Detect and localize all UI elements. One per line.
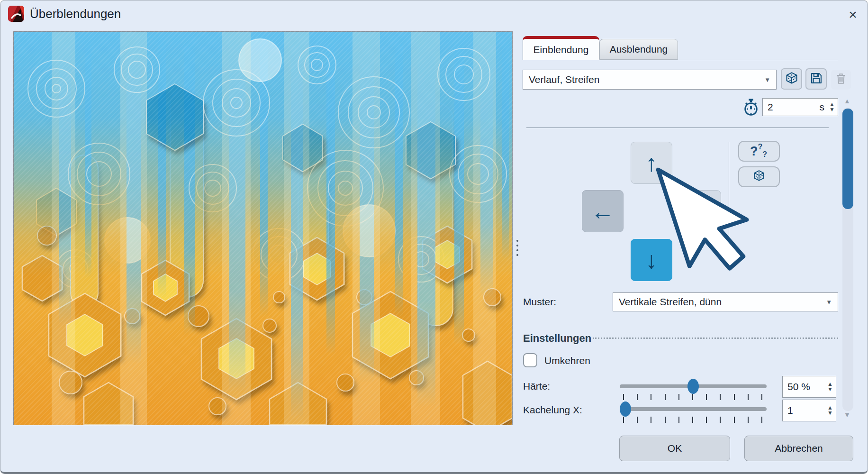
preview-hatch-overlay (13, 31, 513, 425)
chevron-down-icon: ▼ (764, 76, 770, 83)
hardness-value: 50 % (787, 381, 810, 392)
hardness-slider-thumb[interactable] (687, 379, 699, 394)
tab-fade-out-label: Ausblendung (610, 44, 668, 55)
splitter-handle[interactable] (515, 240, 520, 262)
spin-down-icon[interactable]: ▼ (827, 387, 833, 392)
stopwatch-icon (742, 99, 760, 117)
tab-fade-in-label: Einblendung (533, 44, 589, 55)
arrow-down-icon: ↓ (646, 246, 658, 274)
trash-icon (835, 73, 847, 87)
cancel-button[interactable]: Abbrechen (744, 436, 853, 461)
random-direction-button[interactable]: ??? (738, 141, 780, 162)
preset-value: Verlauf, Streifen (529, 74, 599, 85)
random-pattern-button[interactable] (738, 166, 780, 187)
scrollbar-thumb[interactable] (842, 109, 853, 209)
duration-input[interactable]: 2 s ▲ ▼ (762, 98, 838, 116)
arrow-left-icon: ← (591, 198, 615, 225)
chevron-down-icon: ▼ (826, 299, 832, 306)
preset-dropdown[interactable]: Verlauf, Streifen ▼ (523, 70, 777, 90)
save-preset-button[interactable] (805, 68, 827, 90)
scrollbar-up-icon[interactable]: ▲ (844, 97, 850, 105)
tiling-x-input[interactable]: 1 ▲ ▼ (782, 400, 836, 421)
random-preset-button[interactable] (781, 68, 802, 90)
spin-down-icon[interactable]: ▼ (827, 410, 833, 416)
invert-checkbox-label: Umkehren (544, 355, 590, 366)
question-icon: ? (758, 143, 762, 151)
delete-preset-button (831, 70, 851, 90)
invert-checkbox[interactable] (523, 353, 537, 367)
duration-value: 2 (768, 101, 773, 113)
dice-icon (785, 72, 798, 87)
direction-up-button[interactable]: ↑ (631, 142, 672, 184)
question-icon: ? (762, 150, 767, 159)
hardness-input[interactable]: 50 % ▲ ▼ (782, 376, 836, 398)
close-button[interactable]: × (843, 5, 863, 24)
tiling-x-slider-thumb[interactable] (620, 401, 631, 417)
window-title: Überblendungen (30, 7, 121, 21)
separator-line (526, 128, 829, 128)
ok-button-label: OK (668, 443, 682, 454)
app-icon (8, 6, 24, 22)
direction-down-button-selected[interactable]: ↓ (631, 239, 672, 281)
cancel-button-label: Abbrechen (775, 443, 823, 454)
hardness-label: Härte: (523, 381, 550, 392)
scrollbar-down-icon[interactable]: ▼ (844, 411, 850, 419)
direction-right-button[interactable]: → (679, 190, 721, 232)
save-icon (810, 72, 823, 87)
pattern-value: Vertikale Streifen, dünn (619, 296, 722, 308)
hardness-slider-ticks (623, 394, 762, 400)
pattern-label: Muster: (523, 296, 556, 308)
tab-fade-in[interactable]: Einblendung (523, 36, 599, 60)
tiling-x-slider-track[interactable] (620, 407, 767, 411)
tiling-x-label: Kachelung X: (523, 404, 582, 416)
direction-left-button[interactable]: ← (582, 190, 624, 232)
settings-dotted-line (593, 337, 838, 339)
duration-unit: s (820, 101, 825, 113)
question-icon: ? (750, 144, 758, 159)
title-bar: Überblendungen × (0, 0, 868, 28)
tiling-x-slider-ticks (623, 417, 762, 423)
tab-fade-out[interactable]: Ausblendung (599, 39, 678, 60)
arrow-right-icon: → (688, 198, 712, 225)
arrow-up-icon: ↑ (646, 149, 658, 177)
spin-down-icon[interactable]: ▼ (829, 107, 835, 112)
transitions-dialog: Überblendungen × (0, 0, 868, 474)
settings-header: Einstellungen (523, 332, 591, 345)
tiling-x-value: 1 (787, 405, 793, 416)
ok-button[interactable]: OK (619, 436, 730, 461)
vertical-divider (729, 142, 729, 266)
pattern-dropdown[interactable]: Vertikale Streifen, dünn ▼ (613, 292, 838, 311)
dice-icon (753, 170, 765, 184)
